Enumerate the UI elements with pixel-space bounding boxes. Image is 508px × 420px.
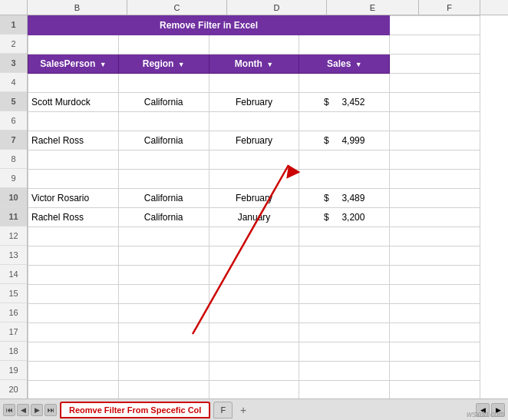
row-20 [28, 381, 480, 399]
sheet-table: Remove Filter in Excel SalesPerson ▼ [28, 15, 480, 399]
cell-7-month: February [209, 131, 299, 150]
row-num-5: 5 [0, 92, 27, 111]
row-num-19: 19 [0, 361, 27, 380]
tab-first-button[interactable]: ⏮ [3, 404, 15, 416]
row-num-15: 15 [0, 284, 27, 303]
row-14 [28, 266, 480, 285]
row-6 [28, 112, 480, 131]
row-num-1: 1 [0, 15, 27, 35]
row-num-12: 12 [0, 227, 27, 246]
header-month[interactable]: Month ▼ [209, 55, 299, 74]
row-2 [28, 35, 480, 55]
data-row-7: Rachel Ross California February $ 4,999 [28, 131, 480, 150]
col-header-b[interactable]: B [28, 0, 127, 15]
watermark: wsxdn.com [467, 410, 505, 418]
filter-arrow-sales[interactable]: ▼ [355, 61, 362, 68]
row-num-20: 20 [0, 380, 27, 399]
title-row: Remove Filter in Excel [28, 16, 480, 35]
header-row: SalesPerson ▼ Region ▼ Month ▼ Sales ▼ [28, 55, 480, 74]
row-8 [28, 150, 480, 170]
sheet-content: Remove Filter in Excel SalesPerson ▼ [28, 15, 508, 399]
row-num-9: 9 [0, 169, 27, 188]
cell-7-salesperson: Rachel Ross [28, 131, 119, 150]
tab-last-button[interactable]: ⏭ [45, 404, 57, 416]
cell-2-d [209, 35, 299, 55]
row-num-13: 13 [0, 246, 27, 265]
cell-11-salesperson: Rachel Ross [28, 208, 119, 227]
tab-prev-button[interactable]: ◀ [17, 404, 29, 416]
column-headers: B C D E F [0, 0, 508, 15]
title-cell: Remove Filter in Excel [28, 16, 390, 35]
add-sheet-button[interactable]: + [236, 402, 251, 418]
data-row-11: Rachel Ross California January $ 3,200 [28, 208, 480, 227]
row-numbers: 1 2 3 4 5 6 7 8 9 10 11 12 13 14 15 16 1… [0, 15, 28, 399]
row-16 [28, 304, 480, 323]
cell-11-month: January [209, 208, 299, 227]
col-header-f[interactable]: F [419, 0, 480, 15]
cell-1-f [390, 16, 480, 35]
cell-10-salesperson: Victor Rosario [28, 189, 119, 208]
filter-arrow-month[interactable]: ▼ [266, 61, 273, 68]
header-region[interactable]: Region ▼ [118, 55, 209, 74]
row-num-14: 14 [0, 265, 27, 284]
row-13 [28, 246, 480, 266]
row-num-8: 8 [0, 150, 27, 169]
cell-7-region: California [118, 131, 209, 150]
row-num-2: 2 [0, 35, 27, 54]
cell-5-region: California [118, 93, 209, 112]
row-num-10: 10 [0, 188, 27, 207]
row-num-7: 7 [0, 131, 27, 150]
row-17 [28, 323, 480, 342]
row-num-16: 16 [0, 303, 27, 322]
row-18 [28, 342, 480, 362]
cell-5-dollar: $ 3,452 [299, 93, 390, 112]
row-12 [28, 227, 480, 246]
row-num-18: 18 [0, 342, 27, 361]
tab-next-button[interactable]: ▶ [31, 404, 43, 416]
tab-nav-buttons: ⏮ ◀ ▶ ⏭ [3, 404, 57, 416]
cell-11-dollar: $ 3,200 [299, 208, 390, 227]
col-header-c[interactable]: C [127, 0, 227, 15]
row-num-4: 4 [0, 73, 27, 92]
active-sheet-tab[interactable]: Reomve Filter From Specefic Col [60, 402, 210, 418]
cell-2-b [28, 35, 119, 55]
cell-10-month: February [209, 189, 299, 208]
row-4 [28, 74, 480, 93]
header-sales[interactable]: Sales ▼ [299, 55, 390, 74]
cell-5-salesperson: Scott Murdock [28, 93, 119, 112]
corner-cell [0, 0, 28, 15]
row-num-3: 3 [0, 54, 27, 73]
row-num-11: 11 [0, 207, 27, 227]
excel-wrapper: B C D E F 1 2 3 4 5 6 7 8 9 10 11 12 13 … [0, 0, 508, 420]
row-num-17: 17 [0, 322, 27, 342]
header-salesperson[interactable]: SalesPerson ▼ [28, 55, 119, 74]
cell-5-month: February [209, 93, 299, 112]
data-row-10: Victor Rosario California February $ 3,4… [28, 189, 480, 208]
cell-2-f [390, 35, 480, 55]
cell-2-e [299, 35, 390, 55]
row-num-6: 6 [0, 111, 27, 131]
cell-2-c [118, 35, 209, 55]
cell-10-dollar: $ 3,489 [299, 189, 390, 208]
col-header-d[interactable]: D [227, 0, 327, 15]
cell-3-f [390, 55, 480, 74]
grid-area: 1 2 3 4 5 6 7 8 9 10 11 12 13 14 15 16 1… [0, 15, 508, 399]
cell-11-region: California [118, 208, 209, 227]
cell-10-region: California [118, 189, 209, 208]
inactive-sheet-tab-f[interactable]: F [213, 402, 233, 418]
row-9 [28, 170, 480, 189]
tab-bar: ⏮ ◀ ▶ ⏭ Reomve Filter From Specefic Col … [0, 399, 508, 420]
row-15 [28, 285, 480, 304]
row-19 [28, 362, 480, 381]
col-header-e[interactable]: E [327, 0, 419, 15]
cell-7-dollar: $ 4,999 [299, 131, 390, 150]
data-row-5: Scott Murdock California February $ 3,45… [28, 93, 480, 112]
filter-arrow-salesperson[interactable]: ▼ [100, 61, 107, 68]
filter-arrow-region[interactable]: ▼ [178, 61, 185, 68]
